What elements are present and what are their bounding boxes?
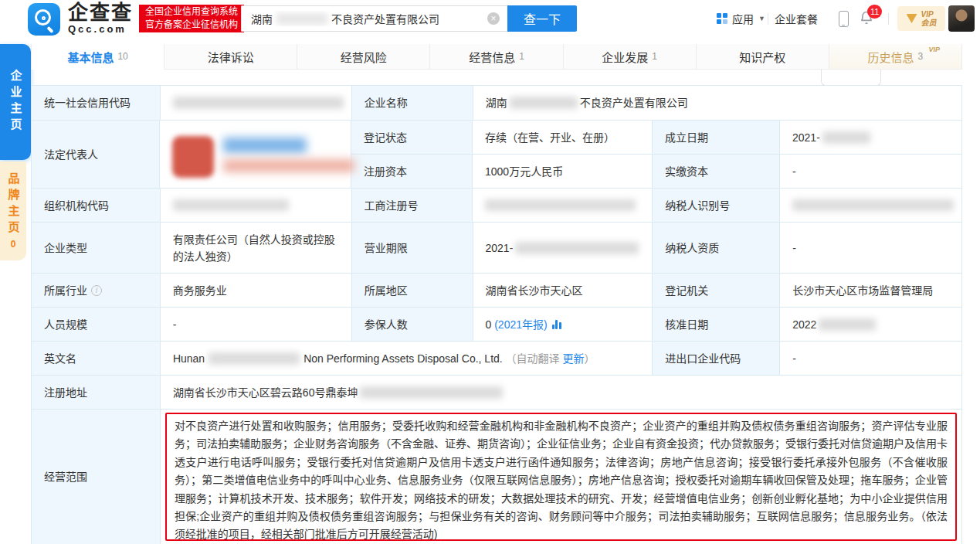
company-name-label: 企业名称 (352, 86, 473, 121)
staff-size-label: 人员规模 (32, 308, 161, 342)
redacted-english-name (209, 352, 300, 365)
table-row: 组织机构代码 工商注册号 纳税人识别号 (32, 189, 962, 223)
unified-code-value (161, 86, 352, 121)
industry-value: 商务服务业 (161, 274, 352, 308)
vip-member-button[interactable]: VIP 会员 (897, 6, 945, 31)
annual-report-chart-icon[interactable] (552, 320, 561, 329)
info-icon[interactable]: i (91, 285, 102, 296)
region-label: 所属地区 (352, 274, 473, 308)
vip-icon (907, 14, 917, 23)
table-row: 英文名 Hunan Non Performing Assets Disposal… (32, 342, 962, 376)
divider (768, 13, 768, 25)
established-label: 成立日期 (653, 121, 780, 155)
address-label: 注册地址 (32, 376, 161, 410)
reg-capital-value: 1000万元人民币 (473, 155, 653, 189)
industry-label: 所属行业 i (32, 274, 161, 308)
notification-count-badge: 11 (867, 5, 882, 19)
divider (888, 13, 889, 25)
redacted-established-date (822, 131, 870, 144)
brand-text[interactable]: 企查查 Qcc.com (68, 2, 133, 35)
table-row: 企业类型 有限责任公司（自然人投资或控股的法人独资） 营业期限 2021- 纳税… (32, 223, 962, 274)
tab-basic-info[interactable]: 基本信息10 (31, 44, 164, 70)
redacted-taxpayer-id (792, 199, 954, 211)
taxpayer-id-label: 纳税人识别号 (653, 189, 780, 223)
apps-menu[interactable]: 应用 ▼ (717, 0, 765, 37)
reg-status-label: 登记状态 (351, 121, 473, 155)
history-tab-dropdown (821, 70, 881, 86)
update-translation-link[interactable]: 更新 (562, 350, 584, 367)
enterprise-package-link[interactable]: 企业套餐 (775, 0, 818, 37)
legal-rep-avatar (172, 136, 214, 178)
biz-term-value: 2021- (473, 223, 653, 274)
taxpayer-quality-label: 纳税人资质 (653, 223, 780, 274)
mobile-app-icon[interactable] (839, 11, 849, 27)
insured-label: 参保人数 (352, 308, 473, 342)
search-query: 湖南 不良资产处置有限公司 (251, 11, 487, 26)
chevron-down-icon: ▼ (758, 15, 765, 22)
brand-name-cn: 企查查 (68, 2, 133, 23)
approval-date-value: 2022 (780, 308, 962, 342)
brand-name-en: Qcc.com (68, 23, 133, 35)
search-input[interactable]: 湖南 不良资产处置有限公司 × (241, 5, 507, 32)
table-row: 法定代表人 登记状态 存续（在营、开业、在册） 成立日期 2021- (32, 121, 962, 189)
tab-operation-risk[interactable]: 经营风险 (297, 44, 430, 70)
english-name-value: Hunan Non Performing Assets Disposal Co.… (161, 342, 653, 376)
redacted-approval-date (819, 318, 876, 331)
table-row: 所属行业 i 商务服务业 所属地区 湖南省长沙市天心区 登记机关 长沙市天心区市… (32, 274, 962, 308)
sidebar-item-brand-home[interactable]: 品牌主页 0 (0, 162, 26, 260)
clear-search-icon[interactable]: × (487, 12, 500, 25)
tab-company-development[interactable]: 企业发展1 (564, 44, 697, 70)
company-type-value: 有限责任公司（自然人投资或控股的法人独资） (161, 223, 352, 274)
tab-history-info[interactable]: 历史信息3 VIP (829, 44, 962, 70)
search-bar: 湖南 不良资产处置有限公司 × 查一下 (241, 5, 577, 32)
tab-intellectual-property[interactable]: 知识产权 (697, 44, 829, 70)
biz-reg-no-value (473, 189, 653, 223)
reg-authority-label: 登记机关 (653, 274, 780, 308)
redacted-org-code (173, 199, 289, 211)
scope-value-cell: 对不良资产进行处置和收购服务；信用服务；受委托收购和经营金融机构和非金融机构不良… (161, 410, 962, 544)
sidebar-item-company-home[interactable]: 企业主页 (0, 44, 31, 160)
reg-capital-label: 注册资本 (351, 155, 473, 189)
taxpayer-quality-value: - (780, 223, 962, 274)
tab-legal-proceedings[interactable]: 法律诉讼 (164, 44, 297, 70)
unified-code-label: 统一社会信用代码 (32, 86, 161, 121)
scope-highlight-box: 对不良资产进行处置和收购服务；信用服务；受委托收购和经营金融机构和非金融机构不良… (165, 413, 957, 541)
qcc-logo-icon[interactable] (28, 3, 60, 36)
search-button[interactable]: 查一下 (507, 5, 577, 32)
legal-rep-label: 法定代表人 (32, 121, 160, 189)
insured-value: 0 (2021年报) (473, 308, 653, 342)
paid-capital-value: - (780, 155, 962, 189)
redacted-biz-term (515, 242, 639, 254)
import-export-label: 进出口企业代码 (653, 342, 780, 376)
region-value: 湖南省长沙市天心区 (473, 274, 653, 308)
redacted-company-name (510, 97, 578, 109)
biz-reg-no-label: 工商注册号 (352, 189, 473, 223)
table-row: 统一社会信用代码 企业名称 湖南 不良资产处置有限公司 (32, 86, 962, 121)
company-name-value: 湖南 不良资产处置有限公司 (473, 86, 962, 121)
redacted-biz-reg-no (485, 199, 636, 211)
table-row: 注册地址 湖南省长沙市天心区碧云路60号鼎泰坤 (32, 376, 962, 410)
qcc-company-page: 企查查 Qcc.com 全国企业信用查询系统 官方备案企业征信机构 湖南 不良资… (0, 0, 980, 544)
redacted-unified-code (173, 97, 344, 109)
basic-info-table: 统一社会信用代码 企业名称 湖南 不良资产处置有限公司 法定代表人 (31, 85, 962, 544)
brand-count: 0 (11, 239, 16, 250)
notifications-bell[interactable]: 11 (859, 10, 876, 27)
legal-rep-value[interactable] (160, 121, 351, 189)
redacted-legal-rep-info (223, 159, 354, 172)
redacted-address (360, 386, 503, 399)
reg-authority-value: 长沙市天心区市场监督管理局 (780, 274, 962, 308)
approval-date-label: 核准日期 (653, 308, 780, 342)
tab-operation-info[interactable]: 经营信息1 (430, 44, 563, 70)
paid-capital-label: 实缴资本 (653, 155, 780, 189)
table-row: 经营范围 对不良资产进行处置和收购服务；信用服务；受委托收购和经营金融机构和非金… (32, 410, 962, 544)
annual-report-link[interactable]: (2021年报) (494, 316, 547, 333)
user-avatar[interactable] (948, 5, 975, 32)
import-export-value: - (780, 342, 962, 376)
section-tabs: 基本信息10 法律诉讼 经营风险 经营信息1 企业发展1 知识产权 历史信息3 … (31, 44, 962, 70)
company-type-label: 企业类型 (32, 223, 161, 274)
org-code-label: 组织机构代码 (32, 189, 161, 223)
magnifier-icon (35, 9, 51, 26)
staff-size-value: - (161, 308, 352, 342)
vip-tag: VIP (928, 46, 940, 53)
gov-credit-badge: 全国企业信用查询系统 官方备案企业征信机构 (139, 5, 244, 32)
